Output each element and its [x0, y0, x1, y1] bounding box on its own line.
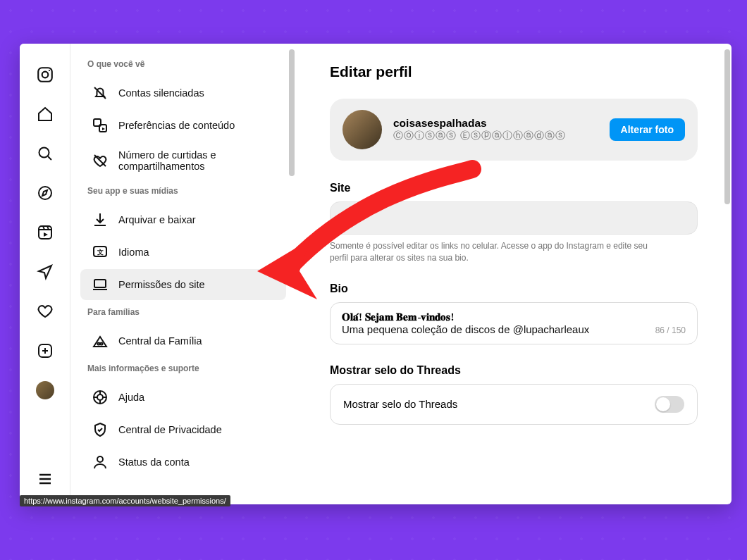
svg-point-5 — [39, 187, 51, 199]
settings-item-label: Central de Privacidade — [118, 424, 222, 435]
main-panel: Editar perfil coisasespalhadas Ⓒⓞⓘⓢⓐⓢ Ⓔⓢ… — [296, 44, 731, 504]
menu-icon[interactable] — [35, 469, 55, 489]
section-title: O que você vê — [76, 54, 290, 76]
notifications-icon[interactable] — [35, 301, 55, 321]
instagram-logo-icon[interactable] — [35, 65, 55, 85]
site-section-label: Site — [330, 182, 698, 194]
corner-mark — [726, 530, 740, 545]
settings-item-archive-download[interactable]: Arquivar e baixar — [80, 204, 286, 235]
bio-textarea[interactable]: 𝐎𝐥𝐚́! 𝐒𝐞𝐣𝐚𝐦 𝐁𝐞𝐦-𝐯𝐢𝐧𝐝𝐨𝐬! Uma pequena cole… — [330, 302, 698, 344]
bell-slash-icon — [92, 85, 109, 101]
settings-item-family-center[interactable]: Central da Família — [80, 325, 286, 356]
svg-point-37 — [97, 456, 103, 462]
settings-item-privacy-center[interactable]: Central de Privacidade — [80, 414, 286, 445]
privacy-shield-icon — [92, 421, 109, 438]
page-title: Editar perfil — [330, 63, 698, 80]
site-hint-text: Somente é possível editar os links no ce… — [330, 240, 668, 264]
svg-marker-11 — [44, 232, 48, 237]
home-icon[interactable] — [35, 104, 55, 124]
settings-item-label: Arquivar e baixar — [118, 214, 196, 225]
settings-item-language[interactable]: 文 Idioma — [80, 237, 286, 268]
settings-item-label: Contas silenciadas — [118, 87, 204, 99]
status-bar-url: https://www.instagram.com/accounts/websi… — [20, 495, 230, 506]
help-icon — [92, 389, 109, 406]
settings-item-label: Idioma — [118, 247, 149, 258]
threads-toggle-card: Mostrar selo do Threads — [330, 384, 698, 425]
settings-item-muted-accounts[interactable]: Contas silenciadas — [80, 77, 286, 108]
profile-card: coisasespalhadas Ⓒⓞⓘⓢⓐⓢ Ⓔⓢⓟⓐⓛⓗⓐⓓⓐⓢ Alter… — [330, 99, 698, 161]
heart-slash-icon — [92, 152, 109, 169]
svg-rect-27 — [94, 280, 106, 287]
bio-line-1: 𝐎𝐥𝐚́! 𝐒𝐞𝐣𝐚𝐦 𝐁𝐞𝐦-𝐯𝐢𝐧𝐝𝐨𝐬! — [342, 311, 686, 323]
section-title: Seu app e suas mídias — [76, 180, 290, 203]
laptop-icon — [92, 276, 109, 293]
app-window: O que você vê Contas silenciadas Preferê… — [20, 44, 731, 504]
threads-toggle-label: Mostrar selo do Threads — [343, 398, 457, 410]
corner-mark — [726, 15, 740, 30]
corner-mark — [7, 15, 21, 30]
content-pref-icon — [92, 117, 109, 134]
settings-item-label: Permissões do site — [118, 279, 205, 290]
settings-item-like-counts[interactable]: Número de curtidas e compartilhamentos — [80, 142, 286, 179]
svg-marker-21 — [102, 127, 105, 130]
svg-rect-0 — [38, 68, 52, 82]
profile-avatar[interactable] — [35, 380, 55, 400]
main-scrollbar[interactable] — [724, 49, 730, 204]
create-icon[interactable] — [35, 341, 55, 361]
svg-text:文: 文 — [97, 249, 104, 256]
settings-item-label: Ajuda — [118, 392, 144, 403]
corner-mark — [7, 530, 21, 545]
svg-point-3 — [39, 148, 49, 158]
reels-icon[interactable] — [35, 223, 55, 242]
site-input: Site — [330, 201, 698, 235]
svg-point-1 — [42, 72, 48, 78]
settings-item-label: Central da Família — [118, 335, 202, 347]
settings-sidebar: O que você vê Contas silenciadas Preferê… — [70, 44, 296, 504]
download-icon — [92, 211, 109, 228]
change-photo-button[interactable]: Alterar foto — [610, 118, 685, 141]
settings-item-label: Status da conta — [118, 456, 190, 468]
profile-avatar-large — [342, 110, 382, 149]
settings-item-content-prefs[interactable]: Preferências de conteúdo — [80, 110, 286, 141]
svg-line-4 — [48, 156, 51, 160]
bio-section-label: Bio — [330, 282, 698, 295]
section-title: Para famílias — [76, 301, 290, 324]
sidebar-scrollbar[interactable] — [289, 49, 295, 176]
settings-item-label: Número de curtidas e compartilhamentos — [118, 149, 275, 172]
person-icon — [92, 454, 109, 471]
bio-char-count: 86 / 150 — [655, 325, 686, 335]
settings-item-label: Preferências de conteúdo — [118, 120, 235, 131]
nav-rail — [20, 44, 70, 504]
svg-point-2 — [48, 70, 49, 71]
svg-rect-7 — [39, 226, 51, 239]
threads-toggle[interactable] — [655, 396, 684, 413]
settings-item-site-permissions[interactable]: Permissões do site — [80, 269, 286, 300]
search-icon[interactable] — [35, 144, 55, 163]
section-title: Mais informações e suporte — [76, 358, 290, 380]
explore-icon[interactable] — [35, 183, 55, 203]
svg-marker-6 — [42, 190, 47, 196]
svg-point-30 — [100, 342, 102, 344]
svg-point-32 — [97, 394, 103, 400]
svg-point-29 — [97, 342, 99, 344]
messages-icon[interactable] — [35, 262, 55, 282]
threads-section-label: Mostrar selo do Threads — [330, 364, 698, 377]
settings-item-account-status[interactable]: Status da conta — [80, 447, 286, 478]
profile-username: coisasespalhadas — [393, 117, 598, 130]
language-icon: 文 — [92, 244, 109, 261]
settings-item-help[interactable]: Ajuda — [80, 382, 286, 413]
family-icon — [92, 332, 109, 349]
profile-displayname: Ⓒⓞⓘⓢⓐⓢ Ⓔⓢⓟⓐⓛⓗⓐⓓⓐⓢ — [393, 130, 598, 142]
bio-line-2: Uma pequena coleção de discos de @lupach… — [342, 323, 686, 335]
profile-info: coisasespalhadas Ⓒⓞⓘⓢⓐⓢ Ⓔⓢⓟⓐⓛⓗⓐⓓⓐⓢ — [393, 117, 598, 142]
